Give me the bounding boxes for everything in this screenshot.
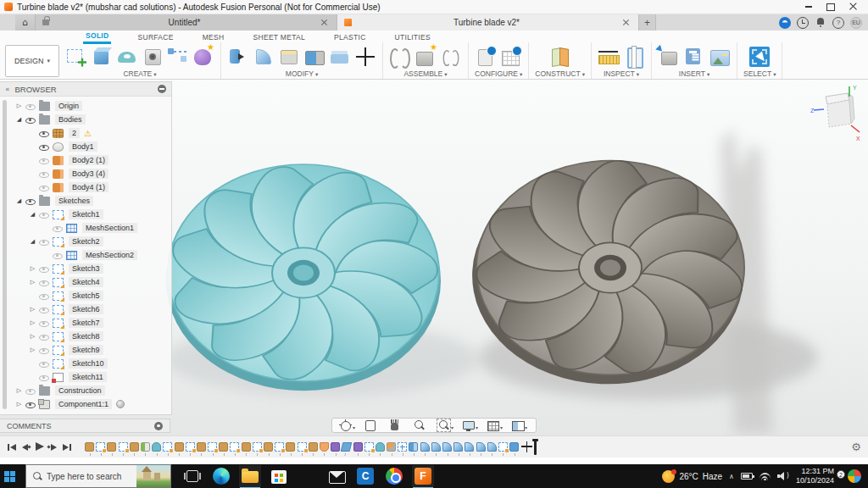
nav-tool[interactable] — [339, 418, 357, 433]
timeline-feature-icon[interactable] — [230, 442, 239, 452]
timeline-feature-icon[interactable] — [453, 442, 463, 452]
taskbar-app-icon[interactable] — [383, 465, 405, 487]
tree-row[interactable]: Body4 (1) — [10, 180, 171, 194]
tree-item-label[interactable]: Sketch2 — [69, 236, 103, 247]
tab-turbine-blade[interactable]: Turbine blade v2* — [337, 14, 639, 30]
browser-options-icon[interactable] — [158, 85, 166, 93]
ribbon-tool-icon[interactable] — [192, 46, 214, 68]
tree-item-label[interactable]: Body2 (1) — [69, 155, 108, 165]
tree-item-label[interactable]: Bodies — [55, 114, 86, 125]
tree-row[interactable]: 2 — [10, 126, 171, 140]
battery-icon[interactable] — [741, 473, 753, 480]
user-avatar[interactable]: EU — [850, 17, 862, 29]
comments-marker-icon[interactable] — [154, 422, 163, 430]
insert-group-label[interactable]: INSERT — [679, 69, 709, 78]
ribbon-tool-icon[interactable] — [167, 46, 189, 68]
tree-item-label[interactable]: Body3 (4) — [69, 169, 108, 179]
weather-widget[interactable]: 26°C Haze — [662, 470, 722, 483]
visibility-toggle-icon[interactable] — [38, 263, 49, 274]
nav-tool[interactable] — [462, 418, 480, 433]
timeline-feature-icon[interactable] — [409, 442, 418, 452]
timeline-feature-icon[interactable] — [219, 442, 228, 452]
tree-row[interactable]: Component1:1 — [10, 397, 171, 411]
nav-tool[interactable] — [487, 418, 504, 433]
tree-item-label[interactable]: Sketch5 — [69, 291, 103, 301]
timeline-feature-icon[interactable] — [465, 442, 474, 452]
tree-item-label[interactable]: MeshSection2 — [82, 250, 137, 260]
ribbon-tool-icon[interactable] — [91, 46, 113, 68]
nav-tool[interactable] — [388, 419, 406, 431]
tree-row[interactable]: Origin — [10, 99, 171, 113]
clock-widget[interactable]: 12:31 PM 10/10/2024 — [796, 467, 834, 486]
timeline-feature-icon[interactable] — [275, 442, 284, 452]
timeline-settings-gear-icon[interactable]: ⚙ — [851, 441, 861, 452]
timeline-feature-icon[interactable] — [509, 442, 519, 452]
timeline-feature-icon[interactable] — [498, 442, 508, 452]
timeline-feature-icon[interactable] — [331, 442, 340, 452]
visibility-toggle-icon[interactable] — [25, 101, 36, 112]
visibility-toggle-icon[interactable] — [38, 318, 49, 329]
tree-row[interactable]: Sketch7 — [10, 316, 171, 330]
tree-item-label[interactable]: Sketches — [55, 196, 93, 206]
timeline-feature-icon[interactable] — [163, 442, 172, 452]
tree-item-label[interactable]: Sketch6 — [69, 304, 103, 314]
tree-row[interactable]: MeshSection1 — [10, 221, 171, 235]
create-group-label[interactable]: CREATE — [123, 69, 156, 78]
taskbar-app-icon[interactable] — [412, 465, 434, 487]
colorful-app-icon[interactable] — [848, 469, 861, 483]
ribbon-tool-icon[interactable] — [598, 46, 620, 68]
tree-expander[interactable] — [29, 333, 36, 340]
tree-row[interactable]: Sketch9 — [10, 343, 171, 357]
visibility-toggle-icon[interactable] — [52, 223, 63, 234]
timeline-feature-icon[interactable] — [152, 442, 161, 452]
tree-row[interactable]: Sketch4 — [10, 275, 171, 289]
tree-item-label[interactable]: Sketch7 — [69, 318, 103, 328]
tree-row[interactable]: Sketch1 — [10, 208, 171, 221]
tree-expander[interactable] — [29, 306, 36, 313]
timeline-go-to-start-button[interactable] — [7, 441, 18, 452]
timeline-feature-icon[interactable] — [387, 442, 396, 452]
ribbon-tab[interactable]: SURFACE — [135, 32, 175, 43]
timeline-feature-icon[interactable] — [208, 442, 217, 452]
ribbon-tool-icon[interactable] — [116, 46, 138, 68]
close-button[interactable] — [842, 0, 864, 14]
tree-row[interactable]: Bodies — [10, 113, 171, 126]
timeline-feature-icon[interactable] — [253, 442, 262, 452]
taskbar-app-icon[interactable] — [268, 465, 290, 487]
tree-row[interactable]: Sketch3 — [10, 262, 171, 275]
ribbon-tool-icon[interactable] — [623, 46, 645, 68]
ribbon-tool-icon[interactable] — [354, 46, 376, 68]
timeline-feature-icon[interactable] — [320, 442, 329, 452]
taskbar-search-input[interactable]: Type here to search — [25, 464, 171, 488]
tree-row[interactable]: Body2 (1) — [10, 153, 171, 167]
visibility-toggle-icon[interactable] — [38, 236, 49, 247]
tree-item-label[interactable]: Sketch8 — [69, 331, 103, 341]
taskbar-app-icon[interactable] — [354, 465, 376, 487]
ribbon-tool-icon[interactable] — [500, 46, 522, 68]
timeline-feature-icon[interactable] — [197, 442, 206, 452]
nav-tool[interactable] — [413, 419, 431, 431]
taskbar-app-icon[interactable] — [239, 465, 261, 487]
visibility-toggle-icon[interactable] — [38, 182, 49, 193]
visibility-toggle-icon[interactable] — [25, 399, 36, 410]
tree-item-label[interactable]: Sketch1 — [69, 209, 103, 219]
construct-group-label[interactable]: CONSTRUCT — [535, 69, 585, 78]
volume-icon[interactable]: ) — [777, 472, 789, 480]
timeline-feature-icon[interactable] — [119, 442, 128, 452]
ribbon-tool-icon[interactable] — [658, 46, 680, 68]
visibility-toggle-icon[interactable] — [38, 358, 49, 369]
timeline-feature-icon[interactable] — [96, 442, 105, 452]
nav-tool[interactable] — [364, 419, 381, 431]
help-icon[interactable]: ? — [832, 17, 844, 29]
tree-item-label[interactable]: Sketch3 — [69, 263, 103, 274]
extensions-icon[interactable] — [779, 17, 791, 29]
visibility-toggle-icon[interactable] — [25, 196, 36, 207]
tree-expander[interactable] — [29, 238, 36, 245]
configure-group-label[interactable]: CONFIGURE — [475, 69, 522, 78]
timeline-feature-icon[interactable] — [264, 442, 273, 452]
tree-row[interactable]: Body1 — [10, 140, 171, 153]
taskbar-app-icon[interactable] — [297, 465, 319, 487]
timeline-feature-icon[interactable] — [130, 442, 139, 452]
tab-untitled[interactable]: Untitled* — [36, 14, 337, 30]
timeline-feature-icon[interactable] — [309, 442, 318, 452]
